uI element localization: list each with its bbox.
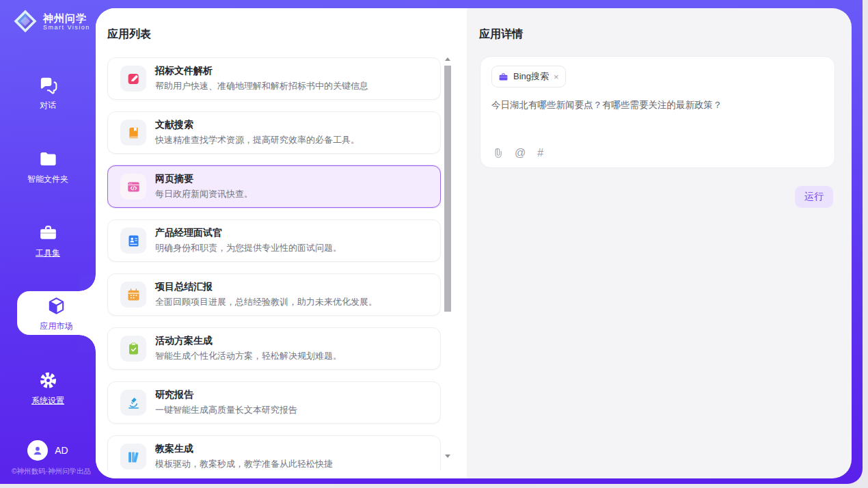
clipboard-check-icon: [120, 336, 146, 362]
app-card-desc: 全面回顾项目进展，总结经验教训，助力未来优化发展。: [155, 296, 377, 308]
user-name: AD: [55, 445, 68, 456]
resume-icon: [120, 228, 146, 254]
app-card[interactable]: 研究报告一键智能生成高质量长文本研究报告: [107, 381, 441, 424]
tag-close-icon[interactable]: ×: [554, 72, 559, 81]
briefcase-icon: [498, 72, 508, 82]
app-card-title: 教案生成: [155, 443, 333, 455]
paperclip-icon[interactable]: [491, 148, 503, 159]
at-icon[interactable]: @: [515, 147, 526, 159]
copyright-text: ©神州数码·神州问学出品: [0, 467, 103, 476]
sidebar-item-label: 系统设置: [31, 395, 64, 407]
sidebar-item-toolset[interactable]: 工具集: [0, 223, 96, 267]
tool-tag-label: Bing搜索: [513, 70, 549, 83]
query-input[interactable]: 今日湖北有哪些新闻要点？有哪些需要关注的最新政策？: [491, 99, 824, 111]
calendar-icon: [120, 282, 146, 308]
sidebar-item-chat[interactable]: 对话: [0, 75, 96, 119]
app-card[interactable]: 网页摘要每日政府新闻资讯快查。: [107, 165, 441, 208]
app-card-title: 项目总结汇报: [155, 281, 377, 293]
app-list: 招标文件解析帮助用户快速、准确地理解和解析招标书中的关键信息文献搜索快速精准查找…: [107, 57, 441, 470]
app-list-panel: 应用列表 招标文件解析帮助用户快速、准确地理解和解析招标书中的关键信息文献搜索快…: [96, 8, 467, 478]
app-card-title: 招标文件解析: [155, 65, 368, 77]
app-card-desc: 明确身份和职责，为您提供专业性的面试问题。: [155, 242, 342, 254]
sidebar-item-smart-folder[interactable]: 智能文件夹: [0, 149, 96, 193]
app-card-title: 产品经理面试官: [155, 227, 342, 239]
user-row: AD: [0, 440, 96, 461]
app-card-title: 文献搜索: [155, 119, 360, 131]
folder-icon: [0, 149, 96, 171]
app-detail-title: 应用详情: [479, 27, 523, 42]
scroll-up-arrow-icon[interactable]: [444, 56, 451, 63]
main-content: 应用列表 招标文件解析帮助用户快速、准确地理解和解析招标书中的关键信息文献搜索快…: [96, 8, 852, 478]
app-card-desc: 智能生成个性化活动方案，轻松解决规划难题。: [155, 350, 342, 362]
app-card-desc: 快速精准查找学术资源，提高研究效率的必备工具。: [155, 134, 360, 146]
app-card-desc: 每日政府新闻资讯快查。: [155, 188, 253, 200]
sidebar-item-system-settings[interactable]: 系统设置: [0, 370, 96, 414]
app-card-title: 网页摘要: [155, 173, 253, 185]
sidebar-item-label: 智能文件夹: [27, 174, 68, 185]
browser-code-icon: [120, 174, 146, 200]
app-card[interactable]: 产品经理面试官明确身份和职责，为您提供专业性的面试问题。: [107, 219, 441, 262]
brand-name: 神州问学: [43, 12, 90, 24]
toolbox-icon: [0, 223, 96, 245]
sidebar-item-label: 应用市场: [40, 321, 73, 332]
scrollbar-thumb[interactable]: [444, 66, 451, 312]
sidebar-item-label: 对话: [40, 100, 56, 111]
book-icon: [120, 120, 146, 146]
run-button[interactable]: 运行: [795, 186, 833, 208]
sidebar-item-app-market[interactable]: 应用市场: [17, 291, 96, 335]
diamond-logo-icon: [13, 9, 38, 33]
app-card-desc: 一键智能生成高质量长文本研究报告: [155, 404, 297, 416]
brand-subtitle: Smart Vision: [43, 24, 90, 31]
app-card-title: 研究报告: [155, 389, 297, 401]
app-window: 神州问学 Smart Vision 对话智能文件夹工具集应用市场系统设置 AD …: [0, 0, 868, 488]
scroll-down-arrow-icon[interactable]: [444, 452, 451, 459]
gear-icon: [0, 370, 96, 392]
chat-icon: [0, 75, 96, 97]
pen-square-icon: [120, 66, 146, 92]
microscope-icon: [120, 390, 146, 416]
app-card[interactable]: 招标文件解析帮助用户快速、准确地理解和解析招标书中的关键信息: [107, 57, 441, 100]
app-card-title: 活动方案生成: [155, 335, 342, 347]
composer-card: Bing搜索 × 今日湖北有哪些新闻要点？有哪些需要关注的最新政策？ @ #: [480, 56, 835, 168]
app-card[interactable]: 文献搜索快速精准查找学术资源，提高研究效率的必备工具。: [107, 111, 441, 154]
brand-logo: 神州问学 Smart Vision: [13, 9, 90, 33]
app-card-desc: 模板驱动，教案秒成，教学准备从此轻松快捷: [155, 458, 333, 470]
sidebar-item-label: 工具集: [36, 247, 60, 259]
list-scrollbar[interactable]: [444, 56, 451, 459]
tool-tag-bing-search[interactable]: Bing搜索 ×: [491, 66, 566, 87]
app-card[interactable]: 教案生成模板驱动，教案秒成，教学准备从此轻松快捷: [107, 435, 441, 470]
app-card[interactable]: 项目总结汇报全面回顾项目进展，总结经验教训，助力未来优化发展。: [107, 273, 441, 316]
app-list-title: 应用列表: [107, 27, 151, 42]
person-icon: [31, 444, 44, 457]
books-icon: [120, 444, 146, 470]
app-card[interactable]: 活动方案生成智能生成个性化活动方案，轻松解决规划难题。: [107, 327, 441, 370]
cube-icon: [17, 296, 96, 318]
hash-icon[interactable]: #: [537, 147, 543, 159]
app-card-desc: 帮助用户快速、准确地理解和解析招标书中的关键信息: [155, 80, 368, 92]
user-avatar[interactable]: [27, 440, 48, 461]
app-detail-panel: 应用详情 Bing搜索 × 今日湖北有哪些新闻要点？有哪些需要关注的最新政策？: [467, 8, 852, 478]
composer-toolbar: @ #: [491, 147, 543, 159]
